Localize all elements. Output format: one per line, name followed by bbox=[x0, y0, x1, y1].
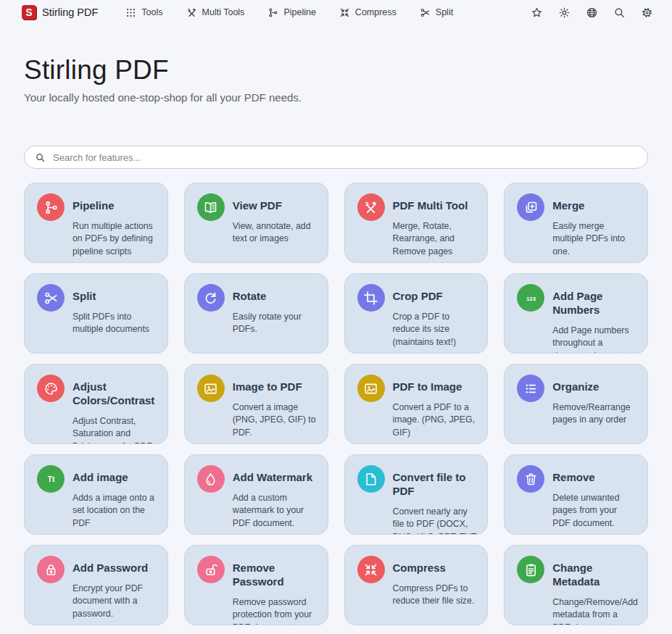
feature-description: Run multiple actions on PDFs by defining… bbox=[72, 220, 157, 259]
lock-icon bbox=[37, 556, 65, 583]
feature-card-crop-pdf[interactable]: Crop PDF Crop a PDF to reduce its size (… bbox=[344, 273, 489, 354]
nav-item-label: Compress bbox=[355, 7, 397, 17]
feature-card-rotate[interactable]: Rotate Easily rotate your PDFs. bbox=[184, 273, 328, 354]
nav-item-compress[interactable]: Compress bbox=[339, 7, 397, 18]
feature-description: Merge, Rotate, Rearrange, and Remove pag… bbox=[393, 220, 478, 259]
page-subtitle: Your locally hosted one-stop-shop for al… bbox=[24, 91, 648, 104]
brand-name: Stirling PDF bbox=[42, 7, 98, 18]
feature-title: Add image bbox=[72, 471, 157, 485]
feature-card-merge[interactable]: Merge Easily merge multiple PDFs into on… bbox=[504, 183, 648, 263]
feature-card-pdf-multi-tool[interactable]: PDF Multi Tool Merge, Rotate, Rearrange,… bbox=[344, 183, 489, 263]
feature-title: Pipeline bbox=[72, 199, 157, 213]
feature-title: Compress bbox=[393, 562, 478, 575]
feature-description: Easily merge multiple PDFs into one. bbox=[552, 220, 637, 259]
nav-item-label: Pipeline bbox=[283, 7, 315, 17]
image-icon bbox=[197, 375, 225, 402]
rotate-icon bbox=[197, 284, 225, 312]
feature-card-organize[interactable]: Organize Remove/Rearrange pages in any o… bbox=[504, 364, 648, 444]
nav-item-tools[interactable]: Tools bbox=[125, 7, 162, 18]
feature-search-bar[interactable] bbox=[24, 146, 648, 169]
feature-description: Convert a image (PNG, JPEG, GIF) to PDF. bbox=[233, 401, 318, 440]
feature-title: Add Watermark bbox=[233, 471, 318, 485]
feature-description: Encrypt your PDF document with a passwor… bbox=[72, 583, 157, 621]
feature-card-add-page-numbers[interactable]: 123 Add Page Numbers Add Page numbers th… bbox=[504, 273, 648, 354]
unlock-icon bbox=[197, 556, 225, 583]
feature-title: Organize bbox=[552, 380, 637, 394]
compress-icon bbox=[357, 556, 385, 583]
page-title: Stirling PDF bbox=[24, 55, 648, 85]
grid-icon bbox=[125, 7, 136, 18]
book-icon bbox=[197, 193, 225, 221]
feature-title: Add Password bbox=[72, 562, 157, 575]
feature-card-remove-password[interactable]: Remove Password Remove password protecti… bbox=[184, 545, 328, 625]
language-globe-icon[interactable] bbox=[586, 7, 598, 19]
theme-toggle-sun-icon[interactable] bbox=[558, 7, 571, 19]
feature-card-pdf-to-image[interactable]: PDF to Image Convert a PDF to a image. (… bbox=[344, 364, 489, 444]
feature-title: Split bbox=[72, 290, 157, 304]
pipeline-icon bbox=[267, 7, 278, 18]
navbar: S Stirling PDF Tools Multi Tools Pipelin… bbox=[0, 0, 672, 25]
feature-description: Remove password protection from your PDF… bbox=[233, 596, 318, 626]
feature-description: Easily rotate your PDFs. bbox=[233, 311, 318, 336]
feature-card-add-password[interactable]: Add Password Encrypt your PDF document w… bbox=[24, 545, 168, 625]
pipeline-icon bbox=[37, 193, 65, 221]
feature-card-pipeline[interactable]: Pipeline Run multiple actions on PDFs by… bbox=[24, 183, 168, 263]
feature-card-change-metadata[interactable]: Change Metadata Change/Remove/Add metada… bbox=[504, 545, 648, 625]
feature-card-compress[interactable]: Compress Compress PDFs to reduce their f… bbox=[344, 545, 489, 625]
feature-card-view-pdf[interactable]: View PDF View, annotate, add text or ima… bbox=[184, 183, 328, 263]
feature-description: Add a custom watermark to your PDF docum… bbox=[233, 492, 318, 530]
feature-title: Crop PDF bbox=[393, 290, 478, 304]
feature-description: View, annotate, add text or images bbox=[233, 220, 318, 246]
feature-card-add-watermark[interactable]: Add Watermark Add a custom watermark to … bbox=[184, 454, 328, 535]
feature-title: Change Metadata bbox=[552, 562, 637, 589]
search-input[interactable] bbox=[53, 152, 637, 163]
file-icon bbox=[357, 465, 385, 493]
feature-description: Adds a image onto a set location on the … bbox=[72, 492, 157, 530]
tools-icon bbox=[186, 7, 197, 18]
feature-title: Image to PDF bbox=[233, 380, 318, 394]
search-icon[interactable] bbox=[613, 7, 626, 19]
page-header: Stirling PDF Your locally hosted one-sto… bbox=[24, 55, 648, 104]
onetwothree-icon: 123 bbox=[517, 284, 544, 312]
merge-icon bbox=[517, 193, 544, 221]
feature-description: Adjust Contrast, Saturation and Brightne… bbox=[72, 415, 157, 445]
nav-item-pipeline[interactable]: Pipeline bbox=[267, 7, 315, 18]
feature-description: Delete unwanted pages from your PDF docu… bbox=[552, 492, 637, 530]
feature-description: Split PDFs into multiple documents bbox=[72, 311, 157, 336]
scissors-icon bbox=[37, 284, 65, 312]
search-icon bbox=[35, 152, 46, 163]
svg-text:123: 123 bbox=[526, 295, 536, 301]
nav-item-split[interactable]: Split bbox=[420, 7, 453, 18]
feature-title: Remove Password bbox=[233, 562, 318, 589]
stirling-logo: S bbox=[22, 5, 36, 20]
feature-card-convert-file-to-pdf[interactable]: Convert file to PDF Convert nearly any f… bbox=[344, 454, 489, 535]
feature-title: Add Page Numbers bbox=[552, 290, 637, 317]
list-icon bbox=[517, 375, 544, 402]
star-icon[interactable] bbox=[531, 7, 543, 19]
feature-title: PDF Multi Tool bbox=[393, 199, 478, 213]
nav-item-label: Multi Tools bbox=[202, 7, 245, 17]
feature-title: Convert file to PDF bbox=[393, 471, 478, 499]
feature-description: Add Page numbers throughout a document i… bbox=[552, 325, 637, 354]
scissors-icon bbox=[420, 7, 431, 18]
feature-card-add-image[interactable]: Tt Add image Adds a image onto a set loc… bbox=[24, 454, 168, 535]
nav-item-multi-tools[interactable]: Multi Tools bbox=[186, 7, 245, 18]
feature-card-remove[interactable]: Remove Delete unwanted pages from your P… bbox=[504, 454, 648, 535]
compress-icon bbox=[339, 7, 350, 18]
feature-title: PDF to Image bbox=[393, 380, 478, 394]
feature-title: Rotate bbox=[233, 290, 318, 304]
feature-description: Remove/Rearrange pages in any order bbox=[552, 401, 637, 427]
feature-title: View PDF bbox=[233, 199, 318, 213]
feature-card-adjust-colors-contrast[interactable]: Adjust Colors/Contrast Adjust Contrast, … bbox=[24, 364, 168, 444]
feature-description: Change/Remove/Add metadata from a PDF do… bbox=[552, 596, 637, 626]
feature-title: Remove bbox=[552, 471, 637, 485]
svg-text:Tt: Tt bbox=[47, 475, 54, 483]
brand[interactable]: S Stirling PDF bbox=[22, 5, 98, 20]
feature-grid: Pipeline Run multiple actions on PDFs by… bbox=[24, 183, 648, 625]
trash-icon bbox=[517, 465, 544, 493]
text-icon: Tt bbox=[37, 465, 65, 493]
feature-card-split[interactable]: Split Split PDFs into multiple documents bbox=[24, 273, 168, 354]
settings-gear-icon[interactable] bbox=[641, 7, 653, 19]
feature-description: Convert nearly any file to PDF (DOCX, PN… bbox=[393, 506, 478, 535]
feature-card-image-to-pdf[interactable]: Image to PDF Convert a image (PNG, JPEG,… bbox=[184, 364, 328, 444]
